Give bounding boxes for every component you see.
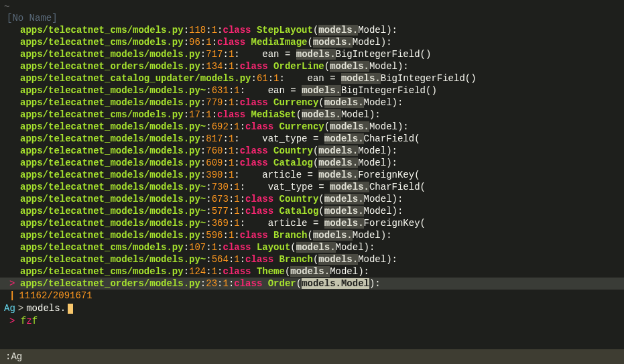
fzf-match-count: | 11162/2091671 [0,290,624,302]
result-row[interactable]: apps/telecatnet_cms/models.py:96:1:class… [0,36,624,48]
result-content: apps/telecatnet_models/models.py~:369:1:… [20,218,426,229]
result-content: apps/telecatnet_models/models.py~:564:1:… [20,254,397,265]
result-row[interactable]: apps/telecatnet_cms/models.py:17:1:class… [0,109,624,121]
result-content: apps/telecatnet_models/models.py:390:1: … [20,170,420,180]
gutter [9,36,15,48]
gutter [9,205,15,217]
gutter [9,72,15,84]
result-row[interactable]: apps/telecatnet_models/models.py~:369:1:… [0,217,624,229]
result-row[interactable]: apps/telecatnet_models/models.py~:631:1:… [0,84,624,97]
result-content: apps/telecatnet_models/models.py~:577:1:… [20,206,403,217]
gutter [9,253,15,265]
search-input[interactable]: models. [26,302,66,315]
result-content: apps/telecatnet_cms/models.py:118:1:clas… [20,25,397,36]
gutter [9,241,15,253]
pointer-icon: > [9,278,15,290]
result-content: apps/telecatnet_models/models.py~:673:1:… [20,194,403,204]
result-row[interactable]: apps/telecatnet_models/models.py:609:1:c… [0,157,624,169]
fzf-char: f [32,316,38,326]
stats-matches: 11162/2091671 [19,290,92,302]
result-content: apps/telecatnet_cms/models.py:17:1:class… [20,109,381,120]
gutter [9,97,15,109]
result-row[interactable]: apps/telecatnet_models/models.py:760:1:c… [0,145,624,157]
result-row[interactable]: apps/telecatnet_models/models.py:779:1:c… [0,97,624,109]
gutter [9,265,15,278]
result-content: apps/telecatnet_models/models.py:596:1:c… [20,230,392,241]
result-row[interactable]: apps/telecatnet_orders/models.py:134:1:c… [0,60,624,72]
gutter [9,84,15,97]
result-row[interactable]: apps/telecatnet_models/models.py:717:1: … [0,48,624,60]
result-content: apps/telecatnet_models/models.py~:631:1:… [20,85,437,96]
result-content: apps/telecatnet_cms/models.py:107:1:clas… [20,242,375,253]
result-row[interactable]: apps/telecatnet_cms/models.py:124:1:clas… [0,265,624,278]
result-row[interactable]: apps/telecatnet_models/models.py:390:1: … [0,169,624,181]
result-content: apps/telecatnet_catalog_updater/models.p… [20,73,477,84]
gutter [9,181,15,193]
result-row[interactable]: apps/telecatnet_models/models.py~:673:1:… [0,193,624,205]
gutter [9,193,15,205]
gutter [9,24,15,36]
result-content: apps/telecatnet_models/models.py:609:1:c… [20,158,397,168]
gutter [9,133,15,145]
fzf-char: f [21,316,26,326]
result-row[interactable]: apps/telecatnet_cms/models.py:107:1:clas… [0,241,624,253]
fzf-gt-icon: > [9,316,15,326]
result-content: apps/telecatnet_models/models.py:779:1:c… [20,97,403,108]
result-content: apps/telecatnet_orders/models.py:23:1:cl… [20,278,381,289]
vim-command-line[interactable]: :Ag [0,349,624,364]
gutter [9,60,15,72]
result-content: apps/telecatnet_models/models.py:760:1:c… [20,145,397,156]
prompt-label: Ag [4,302,15,315]
gutter [9,145,15,157]
result-row[interactable]: apps/telecatnet_models/models.py~:692:1:… [0,121,624,133]
prompt-gt-icon: > [18,302,23,315]
result-row[interactable]: apps/telecatnet_models/models.py~:730:1:… [0,181,624,193]
gutter [9,217,15,229]
result-content: apps/telecatnet_models/models.py:717:1: … [20,49,431,60]
cursor-icon [68,304,73,314]
stats-bar-icon: | [9,290,15,302]
gutter [9,121,15,133]
result-content: apps/telecatnet_cms/models.py:96:1:class… [20,37,392,48]
result-content: apps/telecatnet_models/models.py~:730:1:… [20,182,426,192]
result-content: apps/telecatnet_models/models.py:817:1: … [20,133,420,144]
result-row[interactable]: apps/telecatnet_models/models.py~:564:1:… [0,253,624,265]
buffer-name: [No Name] [0,12,624,24]
result-row[interactable]: apps/telecatnet_models/models.py:596:1:c… [0,229,624,241]
gutter [9,48,15,60]
result-content: apps/telecatnet_orders/models.py:134:1:c… [20,61,409,72]
result-row[interactable]: apps/telecatnet_catalog_updater/models.p… [0,72,624,84]
result-row[interactable]: apps/telecatnet_cms/models.py:118:1:clas… [0,24,624,36]
result-content: apps/telecatnet_cms/models.py:124:1:clas… [20,266,369,277]
fzf-prompt[interactable]: Ag> models. [0,302,624,315]
vim-tilde: ~ [0,1,624,12]
gutter [9,157,15,169]
fzf-results-list[interactable]: apps/telecatnet_cms/models.py:118:1:clas… [0,24,624,290]
result-row[interactable]: apps/telecatnet_models/models.py~:577:1:… [0,205,624,217]
gutter [9,109,15,121]
gutter [9,229,15,241]
fzf-char: z [26,316,32,326]
fzf-secondary-line: > fzf [0,315,624,327]
gutter [9,169,15,181]
result-row[interactable]: >apps/telecatnet_orders/models.py:23:1:c… [0,278,624,290]
result-content: apps/telecatnet_models/models.py~:692:1:… [20,121,409,132]
result-row[interactable]: apps/telecatnet_models/models.py:817:1: … [0,133,624,145]
